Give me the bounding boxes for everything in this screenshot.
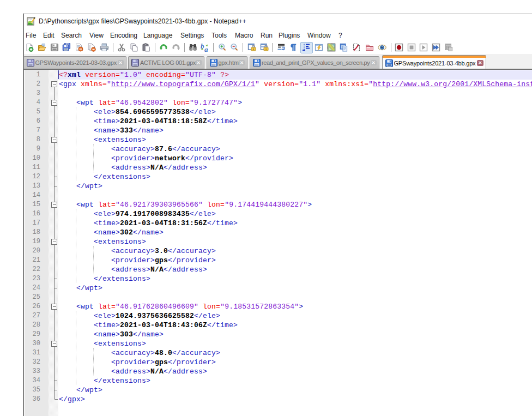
svg-text:a: a: [204, 45, 208, 52]
